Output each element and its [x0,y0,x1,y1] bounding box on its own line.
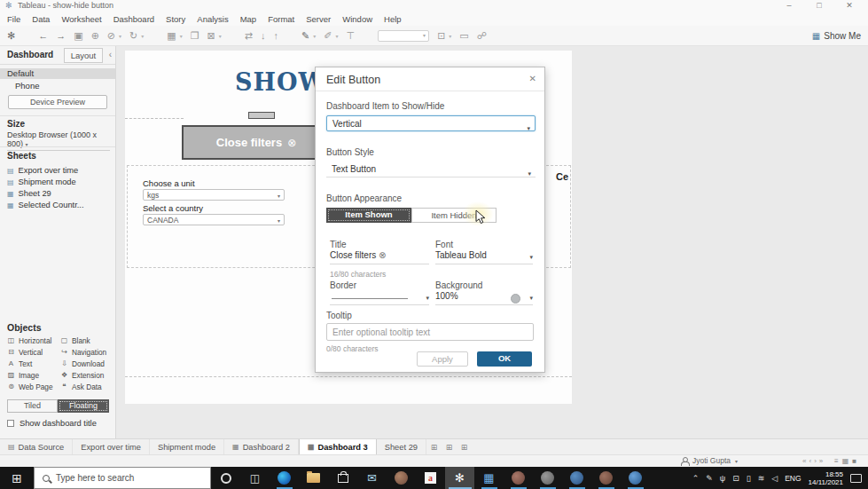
sheet-item-sheet-29[interactable]: ▦Sheet 29 [7,188,51,199]
object-download[interactable]: ⇩Download [60,359,105,368]
object-text[interactable]: AText [7,359,32,368]
tab-export-over-time[interactable]: Export over time [73,439,150,454]
new-story-button[interactable]: ⊞ [457,439,472,454]
pause-updates-icon[interactable]: ⊘ [107,26,115,46]
menu-help[interactable]: Help [384,14,402,24]
run-updates-icon[interactable]: ↻ [129,26,137,46]
app-button-2[interactable]: a [416,467,445,489]
action-center-icon[interactable] [850,474,862,483]
user-menu[interactable]: Jyoti Gupta ▾ [681,456,738,465]
chevron-down-icon[interactable]: ▾ [219,33,222,39]
swap-icon[interactable]: ⇄ [245,26,253,46]
minimize-button[interactable]: – [776,0,802,12]
object-ask-data[interactable]: ❝Ask Data [60,382,102,391]
menu-dashboard[interactable]: Dashboard [113,14,154,24]
show-me-button[interactable]: ▦ Show Me [812,31,861,41]
app-button-8[interactable] [621,467,650,489]
menu-window[interactable]: Window [342,14,372,24]
tab-sheet-29[interactable]: Sheet 29 [377,439,426,454]
task-view-button[interactable]: ◫ [240,467,270,489]
menu-worksheet[interactable]: Worksheet [61,14,101,24]
filmstrip-view-icon[interactable]: ■ [852,457,856,465]
first-sheet-icon[interactable]: « [802,457,806,465]
sheet-item-selected-countries[interactable]: ▦Selected Countr... [7,200,83,210]
floating-toggle[interactable]: Floating [58,399,109,413]
menu-data[interactable]: Data [32,14,50,24]
highlight-icon[interactable]: ✎ [301,26,309,46]
new-worksheet-icon[interactable]: ▦ [167,26,176,46]
clear-sheet-icon[interactable]: ⊠ [207,26,215,46]
object-web-page[interactable]: ⊚Web Page [7,382,53,391]
chevron-down-icon[interactable]: ▾ [313,33,316,39]
microphone-icon[interactable]: ψ [720,474,725,483]
collapse-pane-icon[interactable]: ‹ [109,50,112,59]
add-datasource-icon[interactable]: ⊕ [91,26,99,46]
sort-ascending-icon[interactable]: ↓ [261,26,266,46]
item-dropdown[interactable]: Vertical ▾ [326,115,536,131]
object-horizontal[interactable]: ◫Horizontal [7,335,51,345]
tab-data-source[interactable]: ▤Data Source [0,439,73,454]
store-button[interactable] [328,467,357,489]
button-style-dropdown[interactable]: Text Button ▾ [326,162,536,177]
undo-icon[interactable]: ← [38,26,48,46]
language-indicator[interactable]: ENG [785,474,801,483]
format-icon[interactable]: ✐ [324,26,332,46]
object-image[interactable]: ▨Image [7,370,39,380]
volume-icon[interactable]: ◁ [771,474,778,483]
chevron-down-icon[interactable]: ▾ [180,33,183,39]
size-dropdown[interactable]: Desktop Browser (1000 x 800) ▾ [7,130,110,151]
close-button[interactable]: ✕ [836,0,863,12]
app-button-7[interactable] [591,467,621,489]
list-view-icon[interactable]: ≡ [834,457,839,465]
duplicate-icon[interactable]: ❐ [191,26,199,46]
tab-dashboard-3[interactable]: ▦Dashboard 3 [299,439,377,454]
close-filters-button[interactable]: Close filters ⊗ [182,125,331,160]
chevron-down-icon[interactable]: ▾ [449,33,451,39]
device-phone-item[interactable]: Phone [15,81,39,91]
menu-file[interactable]: File [7,14,20,24]
sort-descending-icon[interactable]: ↑ [274,26,279,46]
taskbar-clock[interactable]: 18:55 14/11/2021 [809,470,843,486]
menu-server[interactable]: Server [306,14,331,24]
object-drag-handle[interactable] [248,112,275,119]
item-shown-tab[interactable]: Item Shown [326,208,411,223]
app-button-5[interactable] [533,467,562,489]
tooltip-input[interactable] [326,323,534,341]
object-vertical[interactable]: ⊟Vertical [7,347,43,357]
title-input[interactable]: Close filters ⊗ [330,250,429,264]
wifi-icon[interactable]: ≋ [758,474,765,483]
fit-icon[interactable]: ⊡ [437,26,445,46]
tab-dashboard[interactable]: Dashboard [7,50,53,59]
pen-icon[interactable]: ✎ [706,474,713,483]
font-dropdown[interactable]: Tableau Bold ▾ [435,250,533,264]
last-sheet-icon[interactable]: » [819,457,823,465]
object-navigation[interactable]: ↪Navigation [60,347,106,357]
background-dropdown[interactable]: 100% ▾ [435,291,533,305]
menu-analysis[interactable]: Analysis [197,14,228,24]
battery-icon[interactable]: ▯ [747,474,751,483]
grid-view-icon[interactable]: ▦ [842,457,849,465]
cast-icon[interactable]: ⊡ [732,474,739,483]
tableau-logo-icon[interactable]: ✻ [7,26,15,46]
circle-x-icon[interactable]: ⊗ [379,250,386,260]
object-blank[interactable]: ▢Blank [60,335,90,345]
mail-button[interactable]: ✉ [357,467,387,489]
redo-icon[interactable]: → [56,26,66,46]
maximize-button[interactable]: □ [806,0,833,12]
country-filter-dropdown[interactable]: CANADA [143,214,285,225]
labels-icon[interactable]: ⊤ [347,26,356,46]
app-button-6[interactable] [562,467,591,489]
dialog-close-icon[interactable]: ✕ [529,74,536,83]
presentation-icon[interactable]: ▭ [459,26,468,46]
apply-button[interactable]: Apply [417,351,468,367]
share-icon[interactable]: ☍ [477,26,487,46]
device-preview-button[interactable]: Device Preview [8,95,107,109]
sheet-item-shipment-mode[interactable]: ▤Shipment mode [7,177,76,187]
taskbar-search[interactable]: Type here to search [34,467,211,489]
menu-story[interactable]: Story [166,14,185,24]
view-size-combobox[interactable] [378,30,429,42]
file-explorer-button[interactable] [299,467,328,489]
chevron-down-icon[interactable]: ▾ [336,33,339,39]
app-button-1[interactable] [387,467,416,489]
chevron-down-icon[interactable]: ▾ [141,33,144,39]
